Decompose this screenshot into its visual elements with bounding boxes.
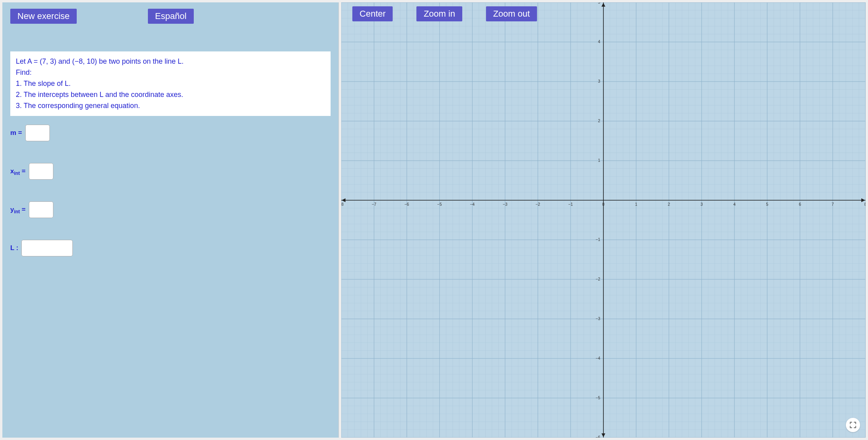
problem-text: Let A = (: [16, 57, 42, 65]
svg-text:5: 5: [766, 202, 769, 207]
slope-row: m =: [10, 125, 331, 141]
svg-marker-170: [601, 3, 605, 7]
xint-input[interactable]: [29, 163, 53, 180]
svg-text:−4: −4: [470, 202, 475, 207]
svg-text:0: 0: [602, 202, 605, 207]
svg-text:−5: −5: [596, 396, 601, 400]
svg-text:−8: −8: [341, 202, 344, 207]
fullscreen-button[interactable]: [846, 418, 860, 432]
left-toolbar: New exercise Español: [10, 9, 331, 24]
language-button[interactable]: Español: [148, 9, 194, 24]
L-input[interactable]: [21, 240, 73, 256]
svg-text:2: 2: [668, 202, 670, 207]
svg-text:−1: −1: [596, 237, 601, 242]
svg-marker-171: [601, 433, 605, 437]
xint-eq: =: [20, 167, 26, 175]
point-b: −8, 10: [75, 57, 95, 65]
zoom-out-button[interactable]: Zoom out: [486, 6, 537, 21]
svg-text:2: 2: [598, 119, 601, 123]
xint-row: xint =: [10, 163, 331, 180]
zoom-in-button[interactable]: Zoom in: [416, 6, 462, 21]
yint-row: yint =: [10, 201, 331, 218]
center-button[interactable]: Center: [352, 6, 393, 21]
xint-sub: int: [14, 171, 20, 176]
graph-toolbar: Center Zoom in Zoom out: [352, 6, 537, 21]
svg-text:1: 1: [598, 158, 601, 163]
m-input[interactable]: [25, 125, 50, 141]
app-root: New exercise Español Let A = (7, 3) and …: [0, 0, 868, 440]
svg-text:−2: −2: [536, 202, 541, 207]
svg-marker-168: [861, 198, 865, 202]
svg-text:8: 8: [864, 202, 866, 207]
yint-eq: =: [20, 206, 26, 213]
new-exercise-button[interactable]: New exercise: [10, 9, 77, 24]
svg-text:−4: −4: [596, 356, 601, 360]
find-label: Find:: [16, 67, 325, 78]
svg-text:−6: −6: [405, 202, 409, 207]
svg-text:3: 3: [701, 202, 703, 207]
svg-text:3: 3: [598, 79, 601, 83]
problem-item-3: 3. The corresponding general equation.: [16, 101, 325, 112]
equation-row: L :: [10, 240, 331, 256]
svg-text:1: 1: [635, 202, 637, 207]
svg-text:5: 5: [598, 2, 601, 4]
svg-text:−5: −5: [437, 202, 442, 207]
yint-input[interactable]: [29, 201, 53, 218]
coordinate-grid[interactable]: −8−7−6−5−4−3−2−1012345678−6−5−4−3−2−1123…: [341, 2, 866, 438]
L-label: L :: [10, 244, 18, 252]
problem-text: ) be two points on the line L.: [95, 57, 183, 65]
yint-label: yint =: [10, 206, 26, 214]
svg-text:−3: −3: [596, 317, 601, 321]
problem-statement: Let A = (7, 3) and (−8, 10) be two point…: [10, 51, 331, 116]
xint-label: xint =: [10, 167, 26, 175]
svg-text:4: 4: [598, 40, 601, 44]
graph-panel[interactable]: Center Zoom in Zoom out −8−7−6−5−4−3−2−1…: [341, 2, 866, 438]
svg-text:4: 4: [734, 202, 736, 207]
left-panel: New exercise Español Let A = (7, 3) and …: [2, 2, 339, 438]
svg-text:6: 6: [799, 202, 802, 207]
problem-item-2: 2. The intercepts between L and the coor…: [16, 89, 325, 101]
svg-text:−2: −2: [596, 277, 601, 281]
svg-text:−1: −1: [569, 202, 573, 207]
fullscreen-icon: [850, 422, 856, 428]
problem-item-1: 1. The slope of L.: [16, 78, 325, 89]
svg-text:7: 7: [832, 202, 834, 207]
problem-text: ) and (: [54, 57, 75, 65]
m-label: m =: [10, 129, 22, 137]
svg-marker-169: [342, 198, 346, 202]
svg-text:−6: −6: [596, 435, 601, 438]
point-a: 7, 3: [42, 57, 54, 65]
svg-text:−7: −7: [372, 202, 377, 207]
yint-sub: int: [14, 209, 20, 214]
svg-text:−3: −3: [503, 202, 508, 207]
